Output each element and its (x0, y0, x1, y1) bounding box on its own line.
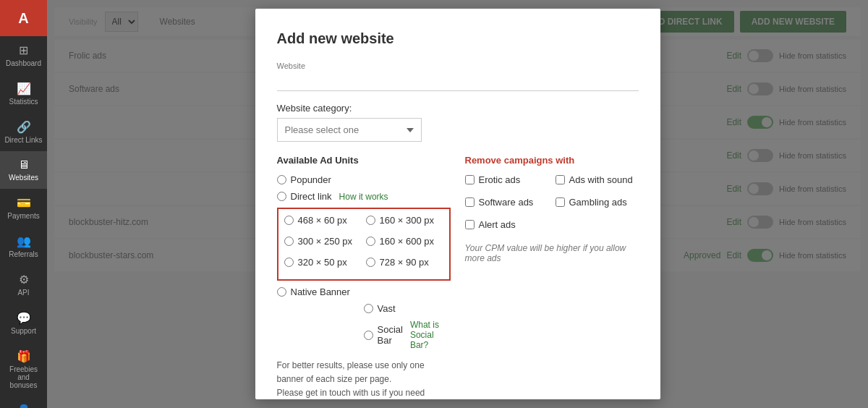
gambling-ads-option: Gambling ads (556, 197, 639, 208)
social-bar-option: Social Bar What is Social Bar? (364, 320, 451, 350)
category-select[interactable]: Please select one Adult Entertainment Ne… (277, 118, 422, 142)
payments-icon: 💳 (17, 196, 31, 210)
160x600-radio[interactable] (366, 237, 375, 246)
modal-overlay: Add new website Website Website category… (47, 0, 868, 408)
sidebar-item-api[interactable]: ⚙ API (0, 265, 47, 304)
modal-title: Add new website (277, 30, 639, 47)
popunder-label: Popunder (291, 174, 331, 185)
160x300-radio[interactable] (366, 216, 375, 225)
profile-icon: 👤 (17, 404, 31, 408)
native-banner-label: Native Banner (291, 286, 350, 297)
sidebar-item-label: Referrals (9, 250, 38, 258)
website-input[interactable] (277, 72, 639, 91)
468x60-label: 468 × 60 px (298, 215, 347, 226)
referrals-icon: 👥 (17, 234, 31, 248)
social-bar-radio[interactable] (364, 331, 373, 340)
vast-radio[interactable] (364, 304, 373, 313)
320x50-option: 320 × 50 px (284, 257, 362, 268)
support-icon: 💬 (17, 311, 31, 325)
sidebar-logo: A (0, 0, 47, 36)
160x600-option: 160 × 600 px (366, 236, 443, 247)
160x600-label: 160 × 600 px (380, 236, 435, 247)
alert-ads-option: Alert ads (465, 219, 548, 230)
300x250-label: 300 × 250 px (298, 236, 353, 247)
statistics-icon: 📈 (17, 82, 31, 95)
remove-campaigns-column: Remove campaigns with Erotic ads Ads wit… (465, 155, 639, 399)
freebies-icon: 🎁 (17, 349, 31, 363)
software-ads-option: Software ads (465, 197, 548, 208)
popunder-option: Popunder (277, 174, 451, 185)
direct-link-radio[interactable] (277, 192, 286, 201)
sidebar-item-payments[interactable]: 💳 Payments (0, 189, 47, 227)
how-it-works-link[interactable]: How it works (339, 192, 388, 202)
468x60-radio[interactable] (284, 216, 294, 225)
160x300-option: 160 × 300 px (366, 215, 443, 226)
vast-option: Vast (364, 303, 451, 314)
what-is-social-bar-link[interactable]: What is Social Bar? (410, 320, 451, 350)
sidebar-item-referrals[interactable]: 👥 Referrals (0, 227, 47, 265)
300x250-option: 300 × 250 px (284, 236, 362, 247)
sidebar-item-support[interactable]: 💬 Support (0, 304, 47, 342)
sidebar-item-label: Direct Links (4, 136, 42, 144)
sidebar-item-label: Websites (9, 174, 38, 182)
website-label: Website (277, 61, 639, 70)
cpm-note: Your CPM value will be higher if you all… (465, 243, 639, 263)
direct-links-icon: 🔗 (17, 120, 31, 134)
sidebar-item-label: Dashboard (6, 59, 41, 67)
gambling-ads-label: Gambling ads (569, 197, 627, 208)
remove-campaigns-title: Remove campaigns with (465, 155, 639, 166)
banner-sizes-grid: 468 × 60 px 160 × 300 px 300 × 250 px (277, 208, 451, 281)
sidebar-item-label: Statistics (9, 98, 38, 106)
320x50-label: 320 × 50 px (298, 257, 347, 268)
software-ads-checkbox[interactable] (465, 197, 475, 207)
sidebar-item-label: Freebies and bonuses (4, 365, 43, 389)
ad-units-title: Available Ad Units (277, 155, 451, 166)
728x90-label: 728 × 90 px (380, 257, 429, 268)
160x300-label: 160 × 300 px (380, 215, 435, 226)
gambling-ads-checkbox[interactable] (556, 197, 565, 207)
category-label: Website category: (277, 103, 639, 114)
sidebar: A ⊞ Dashboard 📈 Statistics 🔗 Direct Link… (0, 0, 47, 408)
info-text: For better results, please use only one … (277, 359, 451, 399)
320x50-radio[interactable] (284, 258, 294, 267)
sidebar-item-label: API (17, 289, 29, 297)
ads-with-sound-option: Ads with sound (556, 174, 639, 185)
software-ads-label: Software ads (479, 197, 534, 208)
sidebar-item-websites[interactable]: 🖥 Websites (0, 151, 47, 189)
add-website-modal: Add new website Website Website category… (255, 9, 660, 399)
300x250-radio[interactable] (284, 237, 294, 246)
sidebar-item-freebies[interactable]: 🎁 Freebies and bonuses (0, 342, 47, 396)
erotic-ads-checkbox[interactable] (465, 175, 475, 184)
vast-label: Vast (378, 303, 396, 314)
main-content: Visibility All Websites ADD DIRECT LINK … (47, 0, 868, 408)
websites-icon: 🖥 (18, 158, 30, 171)
728x90-radio[interactable] (366, 258, 375, 267)
popunder-radio[interactable] (277, 175, 286, 184)
ad-units-section: Available Ad Units Popunder Direct link … (277, 155, 639, 399)
alert-ads-label: Alert ads (479, 219, 516, 230)
728x90-option: 728 × 90 px (366, 257, 443, 268)
sidebar-item-direct-links[interactable]: 🔗 Direct Links (0, 113, 47, 151)
direct-link-option: Direct link How it works (277, 191, 451, 202)
sidebar-item-label: Support (11, 327, 36, 335)
sidebar-item-dashboard[interactable]: ⊞ Dashboard (0, 36, 47, 75)
dashboard-icon: ⊞ (19, 43, 28, 57)
ads-with-sound-label: Ads with sound (569, 174, 633, 185)
alert-ads-checkbox[interactable] (465, 220, 475, 229)
api-icon: ⚙ (19, 273, 29, 286)
ads-with-sound-checkbox[interactable] (556, 175, 565, 184)
sidebar-item-statistics[interactable]: 📈 Statistics (0, 75, 47, 113)
native-banner-option: Native Banner (277, 286, 451, 297)
direct-link-label: Direct link (291, 191, 332, 202)
social-bar-label: Social Bar (378, 324, 403, 346)
468x60-option: 468 × 60 px (284, 215, 362, 226)
ad-units-column: Available Ad Units Popunder Direct link … (277, 155, 451, 399)
native-banner-radio[interactable] (277, 287, 286, 297)
sidebar-item-profile[interactable]: 👤 Profile (0, 396, 47, 408)
sidebar-item-label: Payments (7, 212, 39, 220)
erotic-ads-label: Erotic ads (479, 174, 521, 185)
erotic-ads-option: Erotic ads (465, 174, 548, 185)
